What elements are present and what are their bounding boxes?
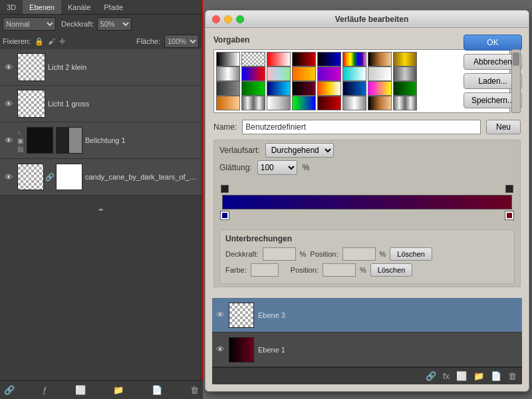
new-group-icon[interactable]: 📁 bbox=[113, 385, 124, 395]
preset-swatch[interactable] bbox=[317, 66, 341, 81]
position-input-1[interactable] bbox=[342, 247, 376, 261]
folder-icon[interactable]: 📁 bbox=[473, 371, 484, 381]
move-icon[interactable]: ✛ bbox=[59, 37, 65, 46]
visibility-icon[interactable]: 👁 bbox=[3, 171, 15, 183]
tab-ebenen[interactable]: Ebenen bbox=[23, 0, 61, 14]
ok-button[interactable]: OK bbox=[464, 35, 522, 51]
preset-swatch[interactable] bbox=[267, 96, 291, 110]
new-layer-icon[interactable]: 📄 bbox=[491, 371, 501, 381]
close-button[interactable] bbox=[212, 15, 220, 23]
preset-swatch[interactable] bbox=[241, 52, 265, 66]
brush-icon[interactable]: 🖌 bbox=[48, 37, 55, 45]
preset-swatch[interactable] bbox=[216, 96, 240, 110]
preset-swatch[interactable] bbox=[241, 96, 265, 110]
smart-obj-icon: ▣ bbox=[17, 137, 24, 144]
preset-swatch[interactable] bbox=[216, 52, 240, 66]
layer-thumbnail bbox=[229, 303, 254, 328]
scrollbar-thumb[interactable] bbox=[513, 53, 519, 66]
preset-swatch[interactable] bbox=[267, 66, 291, 81]
preset-swatch[interactable] bbox=[317, 52, 341, 66]
preset-swatch[interactable] bbox=[342, 66, 366, 81]
layer-item[interactable]: 👁 Licht 2 klein bbox=[0, 49, 201, 86]
dialog-layer-item[interactable]: 👁 Ebene 1 bbox=[212, 332, 522, 367]
tab-3d[interactable]: 3D bbox=[0, 0, 23, 14]
preset-swatch[interactable] bbox=[393, 52, 417, 66]
preset-swatch[interactable] bbox=[216, 81, 240, 96]
tab-kanaele[interactable]: Kanäle bbox=[61, 0, 97, 14]
opacity-select[interactable]: 50% bbox=[97, 17, 132, 31]
preset-swatch[interactable] bbox=[317, 96, 341, 110]
preset-swatch[interactable] bbox=[292, 52, 316, 66]
add-mask-icon[interactable]: ⬜ bbox=[75, 385, 86, 395]
presets-scrollbar[interactable] bbox=[511, 49, 521, 113]
layer-mask-thumbnail bbox=[56, 164, 82, 190]
preset-swatch[interactable] bbox=[342, 96, 366, 110]
deckkraft-input[interactable] bbox=[263, 247, 296, 261]
color-stop-right[interactable] bbox=[505, 211, 513, 219]
layer-effects-icon[interactable]: ƒ bbox=[43, 385, 47, 395]
tab-pfade[interactable]: Pfade bbox=[97, 0, 130, 14]
loeschen-button-1[interactable]: Löschen bbox=[390, 247, 432, 261]
layer-item[interactable]: 👁 Licht 1 gross bbox=[0, 86, 201, 122]
gradients-dialog: Verläufe bearbeiten OK Abbrechen Laden..… bbox=[205, 10, 529, 392]
link-icon[interactable]: 🔗 bbox=[426, 371, 436, 381]
visibility-icon[interactable]: 👁 bbox=[216, 310, 225, 320]
mask-icon[interactable]: ⬜ bbox=[456, 371, 467, 381]
preset-swatch[interactable] bbox=[393, 96, 417, 110]
trash-icon[interactable]: 🗑 bbox=[508, 371, 517, 381]
link-layers-icon[interactable]: 🔗 bbox=[4, 385, 15, 395]
visibility-icon[interactable]: 👁 bbox=[3, 134, 15, 146]
deckkraft-label: Deckkraft: bbox=[225, 250, 259, 258]
preset-swatch[interactable] bbox=[368, 52, 392, 66]
verlaufsart-select[interactable]: Durchgehend bbox=[265, 143, 334, 158]
gradient-preview-bar[interactable] bbox=[222, 195, 512, 209]
left-panel: 3D Ebenen Kanäle Pfade Normal Deckkraft:… bbox=[0, 0, 203, 399]
preset-swatch[interactable] bbox=[368, 96, 392, 110]
mode-select[interactable]: Normal bbox=[3, 17, 56, 31]
glattung-select[interactable]: 100 bbox=[257, 160, 297, 175]
opacity-label: Deckkraft: bbox=[61, 20, 94, 28]
opacity-stop-left[interactable] bbox=[221, 185, 229, 193]
layer-name: Belichtung 1 bbox=[85, 136, 199, 144]
preset-swatch[interactable] bbox=[393, 66, 417, 81]
visibility-icon[interactable]: 👁 bbox=[216, 344, 225, 354]
farbe-input[interactable] bbox=[251, 263, 279, 277]
preset-swatch[interactable] bbox=[368, 66, 392, 81]
preset-swatch[interactable] bbox=[393, 81, 417, 96]
layer-item[interactable]: 👁 🔗 candy_cane_by_dark_tears_of_pain bbox=[0, 159, 201, 196]
preset-swatch[interactable] bbox=[241, 81, 265, 96]
preset-swatch[interactable] bbox=[267, 52, 291, 66]
lock-icon[interactable]: 🔒 bbox=[35, 37, 44, 46]
minimize-button[interactable] bbox=[224, 15, 232, 23]
new-layer-icon[interactable]: 📄 bbox=[152, 385, 162, 395]
preset-swatch[interactable] bbox=[241, 66, 265, 81]
layer-thumbnail bbox=[17, 90, 45, 118]
visibility-icon[interactable]: 👁 bbox=[3, 98, 15, 110]
visibility-icon[interactable]: 👁 bbox=[3, 61, 15, 73]
preset-swatch[interactable] bbox=[368, 81, 392, 96]
dialog-layer-item[interactable]: 👁 Ebene 3 bbox=[212, 298, 522, 332]
fill-select[interactable]: 100% bbox=[164, 35, 199, 48]
preset-swatch[interactable] bbox=[342, 52, 366, 66]
deckkraft-percent: % bbox=[300, 250, 307, 258]
neu-button[interactable]: Neu bbox=[486, 120, 521, 134]
name-input[interactable] bbox=[242, 120, 481, 134]
preset-swatch[interactable] bbox=[216, 66, 240, 81]
delete-layer-icon[interactable]: 🗑 bbox=[190, 385, 199, 395]
layer-item[interactable]: 👁 ↓ ▣ ⛓ Belichtung 1 ✒ bbox=[0, 122, 201, 159]
layer-name: Ebene 1 bbox=[258, 346, 285, 354]
loeschen-button-2[interactable]: Löschen bbox=[370, 263, 413, 277]
position-input-2[interactable] bbox=[323, 263, 356, 277]
opacity-stop-right[interactable] bbox=[505, 185, 513, 193]
preset-swatch[interactable] bbox=[292, 66, 316, 81]
link-icon[interactable]: 🔗 bbox=[45, 173, 55, 182]
fx-icon[interactable]: fx bbox=[443, 371, 450, 381]
preset-swatch[interactable] bbox=[267, 81, 291, 96]
preset-swatch[interactable] bbox=[292, 81, 316, 96]
maximize-button[interactable] bbox=[236, 15, 244, 23]
preset-swatch[interactable] bbox=[342, 81, 366, 96]
color-stop-left[interactable] bbox=[221, 211, 229, 219]
preset-swatch[interactable] bbox=[292, 96, 316, 110]
gradient-bar-area bbox=[219, 182, 515, 223]
preset-swatch[interactable] bbox=[317, 81, 341, 96]
